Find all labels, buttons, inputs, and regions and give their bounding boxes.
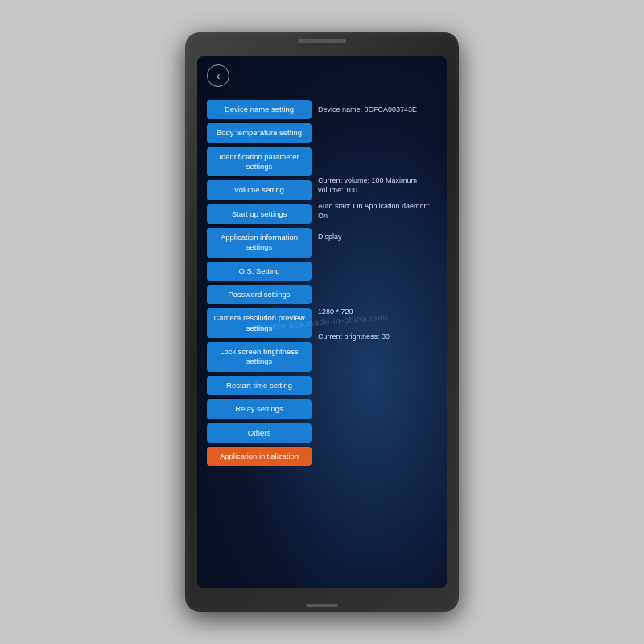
- device-name-setting-button[interactable]: Device name setting: [207, 100, 312, 119]
- app-info-settings-button[interactable]: Application information settings: [207, 228, 312, 258]
- device-name-info: Device name: 8CFCA003743E: [318, 100, 437, 121]
- back-button[interactable]: ‹: [207, 64, 229, 87]
- volume-info: Current volume: 100 Maximum volume: 100: [318, 175, 437, 196]
- info-column: Device name: 8CFCA003743ECurrent volume:…: [318, 100, 437, 581]
- screen: montronics.made-in-china.com ‹ Device na…: [197, 56, 447, 588]
- tablet-device: montronics.made-in-china.com ‹ Device na…: [185, 32, 459, 612]
- others-info: [318, 402, 437, 423]
- restart-time-button[interactable]: Restart time setting: [207, 376, 312, 395]
- init-info: [318, 427, 437, 448]
- bottom-bar: [306, 604, 338, 607]
- restart-info: [318, 352, 437, 373]
- others-button[interactable]: Others: [207, 423, 312, 443]
- os-setting-button[interactable]: O.S. Setting: [207, 262, 312, 281]
- identification-param-button[interactable]: Identification parameter settings: [207, 147, 312, 177]
- top-notch: [298, 39, 346, 43]
- app-info-display: Display: [318, 227, 437, 248]
- volume-setting-button[interactable]: Volume setting: [207, 180, 312, 200]
- camera-info: 1280 * 720: [318, 302, 437, 323]
- lock-screen-brightness-button[interactable]: Lock screen brightness settings: [207, 342, 312, 372]
- app-initialization-button[interactable]: Application initialization: [207, 447, 312, 466]
- password-info: [318, 277, 437, 298]
- screen-content: ‹ Device name settingBody temperature se…: [197, 56, 447, 588]
- relay-info: [318, 377, 437, 398]
- body-temp-setting-button[interactable]: Body temperature setting: [207, 123, 312, 142]
- brightness-info: Current brightness: 30: [318, 327, 437, 348]
- os-info: [318, 252, 437, 273]
- button-column: Device name settingBody temperature sett…: [207, 100, 312, 581]
- settings-layout: Device name settingBody temperature sett…: [207, 100, 437, 581]
- password-settings-button[interactable]: Password settings: [207, 285, 312, 304]
- body-temp-info: [318, 125, 437, 146]
- camera-resolution-button[interactable]: Camera resolution preview settings: [207, 308, 312, 338]
- relay-settings-button[interactable]: Relay settings: [207, 399, 312, 419]
- startup-settings-button[interactable]: Start up settings: [207, 204, 312, 224]
- identification-info: [318, 150, 437, 171]
- startup-info: Auto start: On Application daemon: On: [318, 200, 437, 222]
